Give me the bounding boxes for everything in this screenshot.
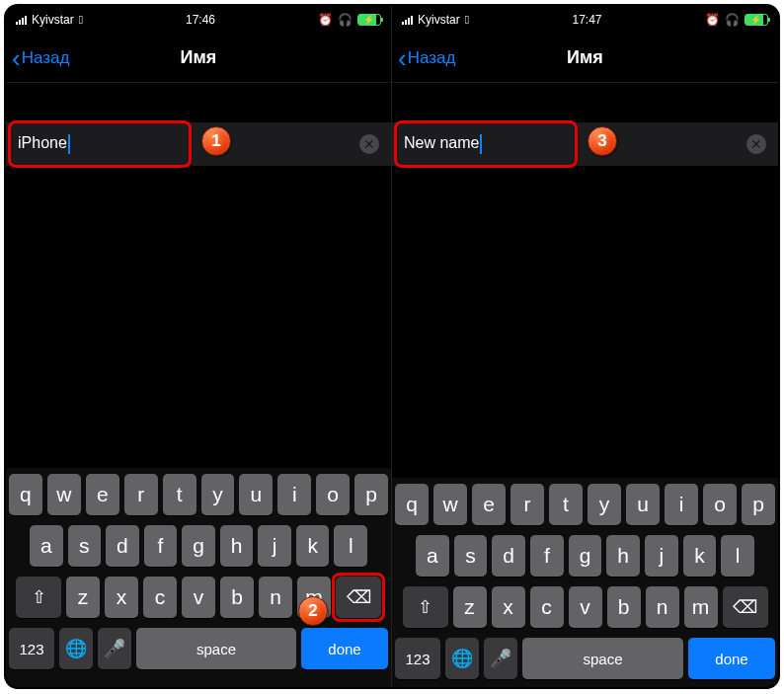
backspace-key[interactable]: ⌫ <box>723 586 768 628</box>
page-title: Имя <box>567 47 603 68</box>
key-x[interactable]: x <box>105 577 138 618</box>
key-z[interactable]: z <box>66 577 100 618</box>
key-b[interactable]: b <box>607 586 641 628</box>
name-input[interactable]: New name <box>404 134 746 154</box>
key-x[interactable]: x <box>492 586 525 628</box>
numbers-key[interactable]: 123 <box>395 638 440 679</box>
key-y[interactable]: y <box>588 484 621 525</box>
numbers-key[interactable]: 123 <box>9 628 54 669</box>
battery-icon: ⚡ <box>745 14 768 26</box>
name-input[interactable]: iPhone <box>18 134 359 154</box>
page-title: Имя <box>181 47 217 68</box>
annotation-badge-1: 1 <box>201 126 231 156</box>
key-j[interactable]: j <box>258 525 291 567</box>
key-h[interactable]: h <box>220 525 254 567</box>
key-q[interactable]: q <box>395 484 429 525</box>
clear-icon[interactable]: ✕ <box>359 134 379 154</box>
key-g[interactable]: g <box>182 525 215 567</box>
key-f[interactable]: f <box>144 525 178 567</box>
key-e[interactable]: e <box>86 474 119 515</box>
key-i[interactable]: i <box>665 484 698 525</box>
key-f[interactable]: f <box>530 535 564 577</box>
alarm-icon: ⏰ <box>318 13 333 27</box>
key-t[interactable]: t <box>549 484 583 525</box>
name-input-row[interactable]: iPhone ✕ <box>6 122 391 166</box>
phone-screen-right: Kyivstar 􀙇 17:47 ⏰ 🎧 ⚡ ‹ Назад Имя New n… <box>392 6 778 687</box>
content-area: iPhone ✕ 1 <box>6 83 391 468</box>
key-c[interactable]: c <box>143 577 177 618</box>
key-n[interactable]: n <box>259 577 292 618</box>
signal-icon <box>16 15 27 25</box>
key-m[interactable]: m <box>684 586 718 628</box>
nav-bar: ‹ Назад Имя <box>392 34 778 83</box>
back-label: Назад <box>22 48 70 68</box>
key-h[interactable]: h <box>606 535 640 577</box>
mic-key[interactable]: 🎤 <box>98 628 131 669</box>
shift-key[interactable]: ⇧ <box>403 586 448 628</box>
key-q[interactable]: q <box>9 474 42 515</box>
key-y[interactable]: y <box>201 474 235 515</box>
key-l[interactable]: l <box>334 525 367 567</box>
wifi-icon: 􀙇 <box>79 13 83 27</box>
content-area: New name ✕ 3 <box>392 83 778 478</box>
globe-key[interactable]: 🌐 <box>59 628 93 669</box>
key-b[interactable]: b <box>220 577 254 618</box>
back-button[interactable]: ‹ Назад <box>6 45 69 71</box>
back-button[interactable]: ‹ Назад <box>392 45 455 71</box>
headphones-icon: 🎧 <box>725 13 740 27</box>
status-bar: Kyivstar 􀙇 17:47 ⏰ 🎧 ⚡ <box>392 6 778 34</box>
key-c[interactable]: c <box>530 586 564 628</box>
nav-bar: ‹ Назад Имя <box>6 34 391 83</box>
done-key[interactable]: done <box>688 638 775 679</box>
done-key[interactable]: done <box>301 628 388 669</box>
alarm-icon: ⏰ <box>705 13 720 27</box>
key-j[interactable]: j <box>645 535 678 577</box>
key-p[interactable]: p <box>742 484 775 525</box>
key-u[interactable]: u <box>626 484 660 525</box>
key-d[interactable]: d <box>106 525 139 567</box>
chevron-left-icon: ‹ <box>12 45 21 71</box>
space-key[interactable]: space <box>136 628 296 669</box>
key-a[interactable]: a <box>416 535 449 577</box>
key-r[interactable]: r <box>124 474 158 515</box>
key-w[interactable]: w <box>47 474 81 515</box>
key-l[interactable]: l <box>721 535 754 577</box>
key-z[interactable]: z <box>453 586 487 628</box>
key-v[interactable]: v <box>569 586 602 628</box>
chevron-left-icon: ‹ <box>398 45 407 71</box>
key-v[interactable]: v <box>182 577 215 618</box>
clock: 17:47 <box>573 13 602 27</box>
key-d[interactable]: d <box>492 535 525 577</box>
key-s[interactable]: s <box>68 525 102 567</box>
key-n[interactable]: n <box>646 586 679 628</box>
back-label: Назад <box>408 48 456 68</box>
mic-key[interactable]: 🎤 <box>484 638 517 679</box>
status-bar: Kyivstar 􀙇 17:46 ⏰ 🎧 ⚡ <box>6 6 391 34</box>
backspace-key[interactable]: ⌫ <box>336 577 381 618</box>
phone-screen-left: Kyivstar 􀙇 17:46 ⏰ 🎧 ⚡ ‹ Назад Имя iPhon… <box>6 6 392 687</box>
key-p[interactable]: p <box>354 474 388 515</box>
battery-icon: ⚡ <box>357 14 381 26</box>
key-s[interactable]: s <box>454 535 488 577</box>
key-t[interactable]: t <box>163 474 196 515</box>
name-input-row[interactable]: New name ✕ <box>392 122 778 166</box>
key-o[interactable]: o <box>703 484 737 525</box>
key-e[interactable]: e <box>472 484 506 525</box>
key-g[interactable]: g <box>569 535 602 577</box>
shift-key[interactable]: ⇧ <box>16 577 61 618</box>
clock: 17:46 <box>186 13 215 27</box>
key-o[interactable]: o <box>316 474 350 515</box>
clear-icon[interactable]: ✕ <box>746 134 766 154</box>
wifi-icon: 􀙇 <box>465 13 469 27</box>
keyboard: qwertyuiop asdfghjkl ⇧ zxcvbnm ⌫ 123 🌐 🎤… <box>392 478 778 687</box>
key-k[interactable]: k <box>683 535 717 577</box>
globe-key[interactable]: 🌐 <box>445 638 479 679</box>
key-r[interactable]: r <box>510 484 544 525</box>
annotation-badge-2: 2 <box>298 596 328 626</box>
key-w[interactable]: w <box>433 484 467 525</box>
key-i[interactable]: i <box>277 474 311 515</box>
key-a[interactable]: a <box>30 525 63 567</box>
space-key[interactable]: space <box>522 638 683 679</box>
key-u[interactable]: u <box>239 474 273 515</box>
key-k[interactable]: k <box>296 525 330 567</box>
